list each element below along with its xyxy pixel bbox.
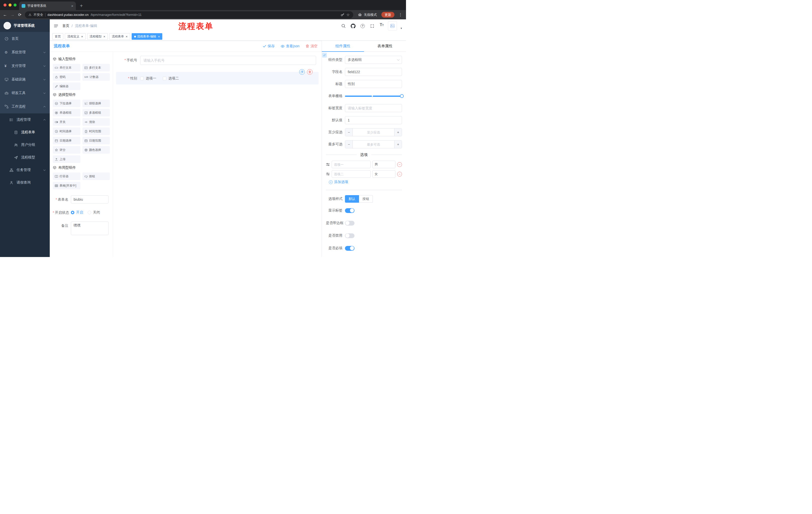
link-icon[interactable] [322,53,327,58]
phone-field-input[interactable] [140,56,316,65]
tag-process-definition[interactable]: 流程定义 × [65,33,86,40]
close-icon[interactable]: × [158,35,160,38]
sidebar-item-user-group[interactable]: 用户分组 [0,139,50,151]
tag-process-form[interactable]: 流程表单 × [109,33,130,40]
tab-form-props[interactable]: 表单属性 [364,41,406,52]
component-dropdown-select[interactable]: 下拉选择 [53,100,80,107]
chrome-update-button[interactable]: 更新 [381,12,395,18]
forward-button[interactable]: → [10,13,14,17]
min-select-input[interactable] [353,129,394,136]
increase-button[interactable]: + [394,141,402,148]
component-password[interactable]: 密码 [53,73,80,81]
clear-button[interactable]: 清空 [306,44,318,49]
max-select-input[interactable] [353,141,394,148]
increase-button[interactable]: + [394,129,402,136]
browser-tab[interactable]: 芋道管理系统 × [19,1,76,10]
component-date-range[interactable]: 日期范围 [82,137,110,144]
component-counter[interactable]: 123计数器 [82,73,110,81]
tag-process-form-edit[interactable]: 流程表单-编辑 × [132,33,163,40]
search-icon[interactable] [340,23,347,29]
component-table[interactable]: 表格[开发中] [53,182,80,189]
breadcrumb-home[interactable]: 首页 [62,24,69,28]
address-bar[interactable]: ⚠ 不安全 dashboard.yudao.iocoder.cn/bpm/man… [25,11,353,18]
decrease-button[interactable]: − [345,129,353,136]
slider-handle[interactable] [400,94,404,98]
slider-track[interactable] [345,96,402,97]
remove-option-button[interactable]: − [397,162,402,167]
component-color-picker[interactable]: 颜色选择 [82,146,110,154]
show-label-switch[interactable] [345,208,354,213]
close-icon[interactable]: × [126,35,127,38]
github-icon[interactable] [350,23,356,29]
required-switch[interactable] [345,246,354,251]
form-grid-slider[interactable] [345,92,402,100]
drag-handle-icon[interactable] [326,162,330,166]
sidebar-item-task-mgmt[interactable]: 任务管理 [0,164,50,176]
sidebar-logo[interactable]: 芋道管理系统 [0,19,50,32]
security-label[interactable]: 不安全 [33,12,43,17]
decrease-button[interactable]: − [345,141,353,148]
reload-button[interactable]: ⟳ [18,13,21,17]
component-time-range[interactable]: 时间范围 [82,128,110,135]
component-rate[interactable]: 评分 [53,146,80,154]
sidebar-item-infra[interactable]: 基础设施 [0,73,50,86]
tab-close-icon[interactable]: × [71,4,74,8]
copy-widget-button[interactable] [299,69,305,75]
component-editor[interactable]: 编辑器 [53,82,80,90]
remove-option-button[interactable]: − [397,172,402,177]
component-row-container[interactable]: 行容器 [53,172,80,180]
incognito-badge[interactable]: 无痕模式 [357,12,378,17]
sidebar-item-home[interactable]: 首页 [0,32,50,46]
component-date-picker[interactable]: 日期选择 [53,137,80,144]
hamburger-icon[interactable] [54,24,58,28]
component-switch[interactable]: 开关 [53,118,80,126]
browser-menu-icon[interactable]: ⋮ [398,12,403,17]
component-type-select[interactable]: 多选框组 [345,56,402,64]
form-name-input[interactable] [71,195,109,204]
avatar[interactable] [388,21,397,30]
border-switch[interactable] [345,221,354,225]
field-name-input[interactable] [345,68,402,76]
gender-option-2-checkbox[interactable]: 选项二 [163,76,179,81]
component-time-picker[interactable]: 时间选择 [53,128,80,135]
component-checkbox-group[interactable]: 多选框组 [82,109,110,116]
delete-widget-button[interactable] [307,69,313,75]
minimize-window-button[interactable] [8,3,11,6]
remark-textarea[interactable]: 嘿嘿 [71,221,109,235]
avatar-caret-icon[interactable]: ▾ [401,27,402,30]
sidebar-item-payment[interactable]: ¥ 支付管理 [0,59,50,73]
title-input[interactable] [345,80,402,88]
min-select-stepper[interactable]: − + [345,128,402,136]
close-window-button[interactable] [3,3,6,6]
widget-gender-checkbox-group[interactable]: 性别 选项一 选项二 [116,72,319,84]
disabled-switch[interactable] [345,233,354,238]
drag-handle-icon[interactable] [326,172,330,176]
status-on-radio[interactable]: 开启 [71,210,83,215]
save-button[interactable]: 保存 [263,44,274,49]
sidebar-item-process-mgmt[interactable]: 流程管理 [0,113,50,126]
sidebar-item-process-model[interactable]: 流程模型 [0,151,50,164]
style-button-button[interactable]: 按钮 [359,195,373,203]
sidebar-item-devtools[interactable]: 研发工具 [0,86,50,100]
option-value-input[interactable] [372,170,396,178]
close-icon[interactable]: × [81,35,83,38]
tag-process-model[interactable]: 流程模型 × [87,33,108,40]
zoom-window-button[interactable] [13,3,17,6]
default-value-input[interactable] [345,116,402,124]
sidebar-item-process-form[interactable]: 流程表单 [0,126,50,139]
password-key-icon[interactable] [341,13,344,17]
sidebar-item-system[interactable]: ⚙ 系统管理 [0,46,50,59]
back-button[interactable]: ← [3,13,7,17]
help-icon[interactable]: ? [359,23,366,29]
option-name-input[interactable] [331,170,371,178]
font-size-icon[interactable]: TT [378,23,385,29]
widget-phone-field[interactable]: 手机号 [116,55,319,65]
component-cascader[interactable]: 级联选择 [82,100,110,107]
close-icon[interactable]: × [104,35,106,38]
component-multi-line-text[interactable]: 多行文本 [82,64,110,72]
option-value-input[interactable] [372,161,396,168]
status-off-radio[interactable]: 关闭 [88,210,100,215]
fullscreen-icon[interactable] [369,23,375,29]
sidebar-item-leave-query[interactable]: 请假查询 [0,176,50,189]
component-single-line-text[interactable]: 单行文本 [53,64,80,72]
